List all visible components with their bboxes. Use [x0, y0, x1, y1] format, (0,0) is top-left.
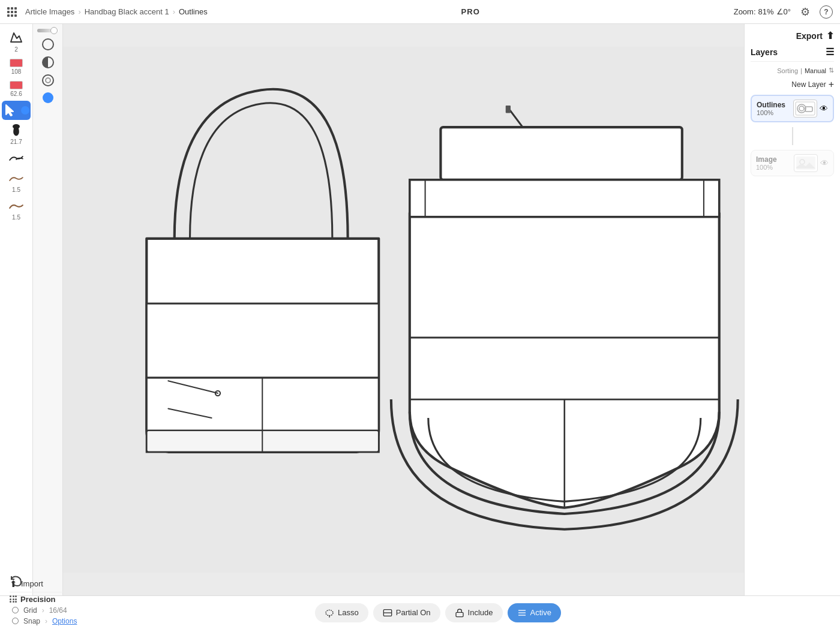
grid-row: Grid › 16/64 [10, 606, 142, 615]
new-layer-label: New Layer [791, 80, 826, 89]
new-layer-button[interactable]: New Layer + [751, 79, 834, 90]
sorting-sep: | [800, 67, 802, 74]
svg-rect-26 [456, 612, 463, 616]
zoom-angle: ∠0° [776, 7, 791, 16]
right-panel: Export ⬆ Layers ☰ Sorting | Manual ⇅ New… [744, 24, 840, 595]
sorting-label: Sorting [777, 67, 798, 74]
export-icon: ⬆ [826, 30, 834, 41]
active-button[interactable]: Active [508, 603, 561, 622]
select-tool[interactable] [2, 101, 31, 120]
snap-circle-icon [12, 618, 19, 624]
zoom-value: 81% [758, 7, 774, 16]
breadcrumb-1[interactable]: Article Images [25, 7, 74, 16]
zoom-label: Zoom: [734, 7, 756, 16]
layer-image-opacity: 100% [756, 164, 777, 171]
color1-val: 108 [11, 68, 22, 75]
brush-tool[interactable]: 21.7 [4, 121, 29, 148]
breadcrumb-sep-1: › [78, 7, 80, 16]
partial-on-label: Partial On [396, 608, 431, 617]
pro-badge: PRO [461, 7, 480, 16]
settings-icon[interactable]: ⚙ [800, 5, 810, 19]
export-label: Export [796, 31, 823, 41]
svg-rect-12 [410, 180, 719, 217]
layer-image[interactable]: Image 100% 👁 [751, 150, 834, 176]
sorting-row: Sorting | Manual ⇅ [751, 67, 834, 74]
curve-tool-1[interactable]: 1.5 [4, 169, 29, 195]
snap-label: Snap [23, 617, 40, 625]
grid-sep: › [42, 606, 44, 615]
layer-image-thumb [794, 154, 818, 172]
color2-val: 62.6 [10, 91, 22, 97]
active-label: Active [530, 608, 551, 617]
color-red-swatch [10, 59, 23, 67]
ring-prop[interactable] [42, 74, 54, 86]
sorting-value[interactable]: Manual [805, 67, 826, 74]
grid-label: Grid [23, 606, 37, 615]
curve1-val: 1.5 [12, 186, 20, 193]
left-toolbar: 2 108 62.6 21.7 [0, 24, 33, 595]
svg-rect-20 [805, 107, 812, 112]
grid-circle-icon [12, 607, 19, 613]
layers-label: Layers [751, 47, 778, 57]
layer-outlines-thumb [793, 100, 817, 118]
new-layer-plus-icon: + [829, 79, 834, 90]
smudge-tool[interactable] [4, 149, 29, 168]
topbar-right: Zoom: 81% ∠0° ⚙ ? [734, 5, 833, 19]
svg-rect-11 [440, 127, 682, 180]
canvas-area[interactable] [63, 24, 744, 595]
lasso-button[interactable]: Lasso [315, 603, 368, 622]
app-grid-icon[interactable] [7, 7, 17, 17]
layer-image-visibility[interactable]: 👁 [820, 158, 829, 168]
sorting-icon[interactable]: ⇅ [829, 67, 834, 74]
brush-val: 21.7 [10, 139, 22, 145]
layer-divider [792, 127, 793, 145]
half-circle-prop[interactable] [42, 56, 54, 68]
partial-on-button[interactable]: Partial On [373, 603, 440, 622]
precision-title: Precision [20, 595, 56, 604]
import-icon: ⬆ [10, 579, 17, 589]
circle-outline-prop[interactable] [42, 38, 54, 50]
color-swatch-2[interactable]: 62.6 [4, 79, 29, 100]
grid-value: 16/64 [49, 606, 67, 615]
color-red-swatch-2 [10, 81, 23, 89]
snap-sep: › [45, 617, 47, 625]
include-label: Include [468, 608, 493, 617]
precision-grid-icon [10, 595, 17, 603]
topbar: Article Images › Handbag Black accent 1 … [0, 0, 840, 24]
opacity-slider[interactable] [37, 29, 59, 32]
layer-image-name: Image [756, 155, 777, 164]
svg-rect-2 [146, 303, 379, 378]
pen-tool[interactable]: 2 [4, 29, 29, 55]
properties-panel [33, 24, 63, 595]
layers-header: Layers ☰ [751, 46, 834, 62]
bottom-toolbar-buttons: Lasso Partial On Include Active [315, 603, 561, 622]
snap-row: Snap › Options [10, 617, 142, 625]
lasso-label: Lasso [338, 608, 359, 617]
layer-outlines[interactable]: Outlines 100% 👁 [751, 95, 834, 122]
breadcrumb-2[interactable]: Handbag Black accent 1 [85, 7, 169, 16]
breadcrumb-area: Article Images › Handbag Black accent 1 … [7, 7, 208, 17]
curve2-val: 1.5 [12, 214, 20, 221]
canvas-svg [63, 24, 744, 595]
snap-options-link[interactable]: Options [52, 617, 77, 625]
breadcrumb-3[interactable]: Outlines [179, 7, 208, 16]
svg-point-23 [326, 610, 333, 615]
color-swatch-1[interactable]: 108 [4, 56, 29, 77]
svg-point-0 [13, 124, 20, 129]
blue-dot-prop[interactable] [43, 92, 53, 103]
include-button[interactable]: Include [445, 603, 503, 622]
precision-section: Precision [10, 595, 142, 604]
layer-outlines-name: Outlines [757, 101, 785, 109]
svg-rect-10 [506, 106, 511, 113]
zoom-control[interactable]: Zoom: 81% ∠0° [734, 7, 791, 16]
svg-point-19 [799, 106, 804, 111]
layers-menu-icon[interactable]: ☰ [826, 46, 834, 58]
import-label: Import [21, 579, 43, 588]
svg-point-18 [797, 104, 806, 113]
layer-outlines-visibility[interactable]: 👁 [820, 104, 828, 113]
help-icon[interactable]: ? [820, 5, 833, 19]
breadcrumb-sep-2: › [173, 7, 175, 16]
bottom-bar: ⬆ Import Precision Grid › 16/64 [0, 595, 840, 629]
curve-tool-2[interactable]: 1.5 [4, 197, 29, 223]
export-button[interactable]: Export ⬆ [751, 30, 834, 41]
